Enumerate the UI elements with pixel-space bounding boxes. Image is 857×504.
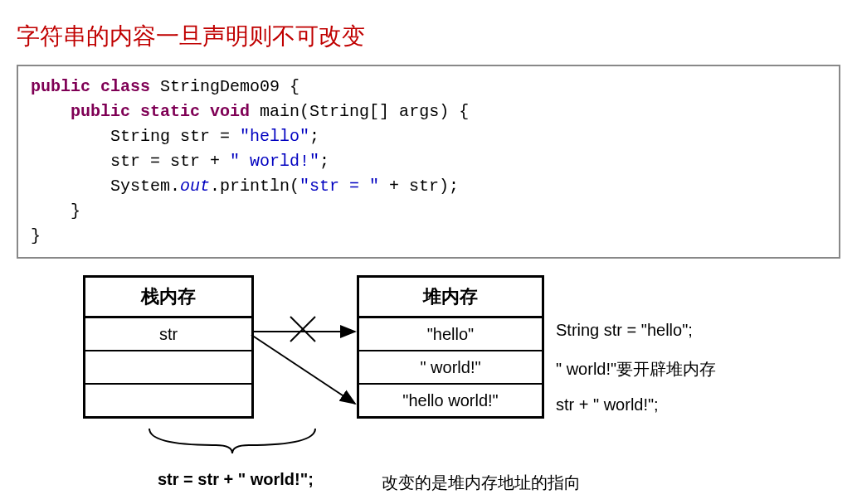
bottom-note: 改变的是堆内存地址的指向 (382, 472, 581, 494)
code-text: } (31, 226, 41, 245)
curly-brace-icon (149, 429, 315, 453)
stack-memory-box: 栈内存 str (83, 275, 254, 419)
side-label: String str = "hello"; (556, 321, 693, 340)
stack-row: str (85, 318, 251, 351)
cross-icon (290, 317, 315, 342)
code-out: out (180, 177, 210, 196)
stack-row (85, 385, 251, 416)
code-kw: void (210, 102, 250, 121)
code-str: "hello" (240, 127, 309, 146)
code-text: ; (319, 152, 329, 171)
cross-icon (290, 317, 315, 342)
memory-diagram: 栈内存 str 堆内存 "hello" " world!" "hello wor… (66, 275, 840, 504)
side-label: str + " world!"; (556, 395, 659, 414)
side-label: " world!"要开辟堆内存 (556, 358, 716, 380)
heap-memory-box: 堆内存 "hello" " world!" "hello world!" (357, 275, 544, 419)
arrow-str-to-helloworld (251, 335, 355, 404)
code-kw: public (31, 77, 90, 96)
heap-row: "hello" (359, 318, 542, 351)
code-kw: class (100, 77, 150, 96)
code-kw: static (140, 102, 200, 121)
code-text: StringDemo09 { (150, 77, 299, 96)
code-block: public class StringDemo09 { public stati… (17, 65, 840, 259)
code-text: str = str + (31, 152, 230, 171)
code-str: "str = " (299, 177, 379, 196)
heap-row: "hello world!" (359, 385, 542, 416)
code-kw: public (71, 102, 130, 121)
code-text: + str); (379, 177, 459, 196)
stack-header: 栈内存 (85, 278, 251, 318)
page-title: 字符串的内容一旦声明则不可改变 (17, 21, 840, 52)
code-str: " world!" (230, 152, 319, 171)
code-text: ; (309, 127, 319, 146)
code-text: System. (31, 177, 180, 196)
code-text: } (31, 201, 80, 220)
code-text: main(String[] args) { (250, 102, 469, 121)
heap-header: 堆内存 (359, 278, 542, 318)
stack-row (85, 351, 251, 385)
bottom-expr: str = str + " world!"; (158, 470, 314, 489)
code-text: .println( (210, 177, 299, 196)
code-text: String str = (31, 127, 240, 146)
heap-row: " world!" (359, 351, 542, 385)
